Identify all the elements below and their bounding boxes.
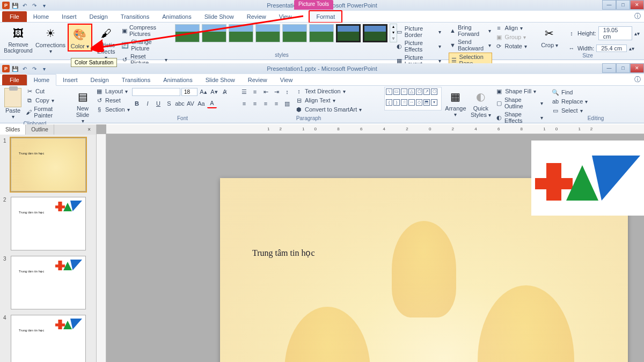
panel-tab-outline[interactable]: Outline bbox=[26, 124, 54, 135]
align-center-button[interactable]: ≡ bbox=[250, 99, 260, 108]
tab-file[interactable]: File bbox=[2, 11, 27, 22]
slide-thumb-3[interactable]: Trung tâm tin học bbox=[11, 256, 86, 309]
line-spacing-button[interactable]: ↕ bbox=[282, 87, 292, 97]
tab-animations[interactable]: Animations bbox=[157, 75, 199, 85]
tab-slideshow[interactable]: Slide Show bbox=[199, 75, 241, 85]
qat-more-icon[interactable]: ▾ bbox=[40, 64, 48, 73]
rotate-button[interactable]: ⟳Rotate ▾ bbox=[494, 42, 528, 50]
slide-panel: Slides Outline × 1 Trung tâm tin học 2 T… bbox=[0, 124, 97, 362]
send-backward-button[interactable]: ▼Send Backward ▾ bbox=[449, 38, 492, 52]
indent-inc-button[interactable]: ⇥ bbox=[272, 87, 281, 97]
copy-button[interactable]: ⧉Copy ▾ bbox=[25, 96, 67, 105]
layout-button[interactable]: ▦Layout ▾ bbox=[94, 87, 131, 95]
change-case-button[interactable]: Aa bbox=[196, 99, 206, 108]
smartart-button[interactable]: ⬢Convert to SmartArt ▾ bbox=[294, 105, 363, 114]
tab-transitions[interactable]: Transitions bbox=[115, 75, 157, 85]
tab-home[interactable]: Home bbox=[27, 11, 55, 22]
close-button[interactable]: ✕ bbox=[630, 0, 644, 10]
section-button[interactable]: §Section ▾ bbox=[94, 105, 131, 114]
minimize-button[interactable]: — bbox=[602, 0, 616, 10]
save-icon[interactable]: 💾 bbox=[11, 1, 19, 10]
shapes-gallery[interactable]: \▭○△⬠↗⬡ {}☆↔◇⬒▾ bbox=[384, 87, 442, 110]
char-spacing-button[interactable]: AV bbox=[186, 99, 195, 108]
corrections-button[interactable]: ☀ Corrections ▾ bbox=[35, 24, 65, 55]
style-thumb[interactable] bbox=[336, 24, 361, 42]
new-slide-button[interactable]: ▤ New Slide ▾ bbox=[73, 87, 92, 125]
tab-review[interactable]: Review bbox=[241, 75, 274, 85]
select-button[interactable]: ▭Select ▾ bbox=[551, 106, 641, 115]
group-icon: ▣ bbox=[495, 33, 503, 41]
shape-outline-button[interactable]: ▢Shape Outline ▾ bbox=[494, 96, 544, 110]
font-size-select[interactable]: 18 bbox=[181, 88, 197, 96]
quick-styles-button[interactable]: ◐Quick Styles ▾ bbox=[470, 87, 493, 119]
help-icon[interactable]: ⓘ bbox=[634, 12, 641, 21]
cut-button[interactable]: ✂Cut bbox=[25, 87, 67, 95]
tab-insert[interactable]: Insert bbox=[56, 75, 84, 85]
shrink-font-button[interactable]: A▾ bbox=[209, 87, 219, 97]
height-input[interactable]: ↕Height: 19.05 cm ▴▾ bbox=[567, 26, 641, 41]
shadow-button[interactable]: abc bbox=[175, 99, 185, 108]
shape-effects-button[interactable]: ◐Shape Effects ▾ bbox=[494, 110, 544, 124]
text-direction-button[interactable]: ↕Text Direction ▾ bbox=[294, 87, 363, 95]
panel-tab-slides[interactable]: Slides bbox=[0, 124, 26, 135]
clear-format-button[interactable]: A̷ bbox=[220, 87, 230, 97]
bullets-button[interactable]: ☰ bbox=[239, 87, 249, 97]
maximize-button[interactable]: □ bbox=[616, 0, 630, 10]
redo-icon[interactable]: ↷ bbox=[30, 64, 39, 73]
picture-effects-button[interactable]: ◐Picture Effects ▾ bbox=[395, 39, 442, 53]
arrange-button[interactable]: ▦Arrange ▾ bbox=[444, 87, 467, 119]
bold-button[interactable]: B bbox=[132, 99, 142, 108]
align-right-button[interactable]: ≡ bbox=[261, 99, 270, 108]
grow-font-button[interactable]: A▴ bbox=[199, 87, 208, 97]
tab-view[interactable]: View bbox=[274, 75, 299, 85]
align-button[interactable]: ≡Align ▾ bbox=[494, 24, 528, 32]
align-text-button[interactable]: ⊟Align Text ▾ bbox=[294, 96, 363, 105]
crop-button[interactable]: ✂ Crop ▾ bbox=[535, 24, 565, 49]
tab-home[interactable]: Home bbox=[27, 74, 56, 86]
tab-insert[interactable]: Insert bbox=[55, 11, 83, 22]
slide-text[interactable]: Trung tâm tin học bbox=[252, 248, 315, 258]
underline-button[interactable]: U bbox=[153, 99, 163, 108]
svg-line-0 bbox=[94, 16, 303, 48]
group-button[interactable]: ▣Group ▾ bbox=[494, 33, 528, 41]
bring-forward-button[interactable]: ▲Bring Forward ▾ bbox=[449, 24, 492, 38]
find-button[interactable]: 🔍Find bbox=[551, 88, 641, 97]
panel-close-icon[interactable]: × bbox=[82, 124, 96, 135]
replace-button[interactable]: abReplace ▾ bbox=[551, 97, 641, 106]
maximize-button[interactable]: □ bbox=[616, 63, 630, 73]
numbering-button[interactable]: ≡ bbox=[250, 87, 260, 97]
slide-thumb-1[interactable]: Trung tâm tin học bbox=[11, 138, 86, 191]
app-icon: P bbox=[2, 65, 10, 72]
close-button[interactable]: ✕ bbox=[630, 63, 644, 73]
slide-thumb-4[interactable]: Trung tâm tin học bbox=[11, 315, 86, 362]
painter-icon: 🖌 bbox=[26, 108, 32, 116]
shape-fill-button[interactable]: ▣Shape Fill ▾ bbox=[494, 87, 544, 95]
tab-design[interactable]: Design bbox=[84, 75, 115, 85]
font-family-select[interactable] bbox=[132, 88, 180, 96]
copy-icon: ⧉ bbox=[26, 97, 33, 104]
style-thumb[interactable] bbox=[363, 24, 387, 42]
undo-icon[interactable]: ↶ bbox=[20, 64, 29, 73]
strike-button[interactable]: S bbox=[164, 99, 174, 108]
remove-background-button[interactable]: 🖼 Remove Background bbox=[3, 24, 33, 55]
minimize-button[interactable]: — bbox=[602, 63, 616, 73]
font-color-button[interactable]: A bbox=[207, 99, 217, 108]
picture-border-button[interactable]: ▭Picture Border ▾ bbox=[395, 25, 442, 39]
redo-icon[interactable]: ↷ bbox=[30, 1, 39, 10]
paste-button[interactable]: Paste ▾ bbox=[3, 87, 23, 121]
qat-more-icon[interactable]: ▾ bbox=[40, 1, 48, 10]
justify-button[interactable]: ≡ bbox=[272, 99, 281, 108]
save-icon[interactable]: 💾 bbox=[11, 64, 19, 73]
undo-icon[interactable]: ↶ bbox=[20, 1, 29, 10]
slide-thumb-2[interactable]: Trung tâm tin học bbox=[11, 197, 86, 250]
paste-icon bbox=[4, 88, 21, 107]
reset-button[interactable]: ↺Reset bbox=[94, 96, 131, 105]
format-painter-button[interactable]: 🖌Format Painter bbox=[25, 105, 67, 119]
align-left-button[interactable]: ≡ bbox=[239, 99, 249, 108]
indent-dec-button[interactable]: ⇤ bbox=[261, 87, 270, 97]
tab-file[interactable]: File bbox=[2, 75, 27, 85]
columns-button[interactable]: ▥ bbox=[282, 99, 292, 108]
italic-button[interactable]: I bbox=[143, 99, 152, 108]
help-icon[interactable]: ⓘ bbox=[634, 75, 641, 84]
width-input[interactable]: ↔Width: 25.4 cm ▴▾ bbox=[567, 44, 641, 53]
